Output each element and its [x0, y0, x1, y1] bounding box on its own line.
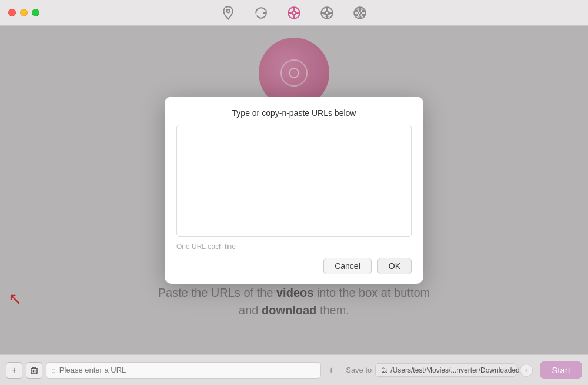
refresh-icon[interactable]: [253, 5, 269, 21]
folder-icon: 🗂: [380, 366, 388, 374]
minimize-button[interactable]: [20, 9, 28, 16]
film-icon[interactable]: [286, 5, 302, 21]
svg-rect-13: [324, 14, 330, 15]
svg-point-20: [359, 15, 360, 17]
modal-buttons: Cancel OK: [176, 258, 412, 274]
svg-point-17: [359, 8, 360, 9]
svg-rect-25: [31, 369, 37, 374]
subtitles-icon[interactable]: [319, 5, 335, 21]
svg-point-2: [292, 11, 296, 15]
close-button[interactable]: [8, 9, 16, 16]
svg-point-19: [362, 14, 364, 15]
url-input[interactable]: [59, 366, 316, 374]
url-add-button[interactable]: +: [325, 364, 338, 377]
start-button[interactable]: Start: [540, 361, 582, 379]
save-path-selector[interactable]: 🗂 /Users/test/Movies/...nverter/Download…: [375, 363, 516, 377]
svg-point-22: [356, 10, 358, 12]
url-textarea[interactable]: [176, 125, 412, 237]
titlebar: [0, 0, 588, 26]
svg-point-18: [362, 10, 364, 12]
save-path-text: /Users/test/Movies/...nverter/Downloaded: [390, 366, 519, 374]
save-section: Save to 🗂 /Users/test/Movies/...nverter/…: [346, 363, 533, 377]
svg-rect-14: [325, 15, 329, 16]
svg-point-15: [354, 7, 366, 19]
delete-item-button[interactable]: [26, 362, 42, 379]
reel-icon[interactable]: [352, 5, 368, 21]
maximize-button[interactable]: [32, 9, 39, 16]
bottom-bar: + ⌂ + Save to 🗂 /Users/test/Movies/...nv…: [0, 354, 588, 385]
svg-point-0: [226, 9, 229, 12]
main-content: Paste the URLs of the videos into the bo…: [0, 26, 588, 354]
url-input-modal: Type or copy-n-paste URLs below One URL …: [165, 97, 423, 284]
modal-overlay: Type or copy-n-paste URLs below One URL …: [0, 26, 588, 354]
toolbar: [220, 5, 368, 21]
add-item-button[interactable]: +: [6, 362, 22, 379]
modal-hint: One URL each line: [176, 243, 412, 251]
traffic-lights: [8, 9, 39, 16]
ok-button[interactable]: OK: [377, 258, 412, 274]
phone-icon[interactable]: [220, 5, 236, 21]
modal-title: Type or copy-n-paste URLs below: [176, 108, 412, 118]
cancel-button[interactable]: Cancel: [323, 258, 372, 274]
svg-point-16: [359, 11, 361, 14]
save-path-arrow-button[interactable]: ›: [520, 364, 533, 377]
home-icon: ⌂: [51, 366, 56, 374]
url-input-container: ⌂: [46, 362, 321, 379]
save-to-label: Save to: [346, 366, 372, 374]
svg-point-21: [356, 14, 358, 15]
